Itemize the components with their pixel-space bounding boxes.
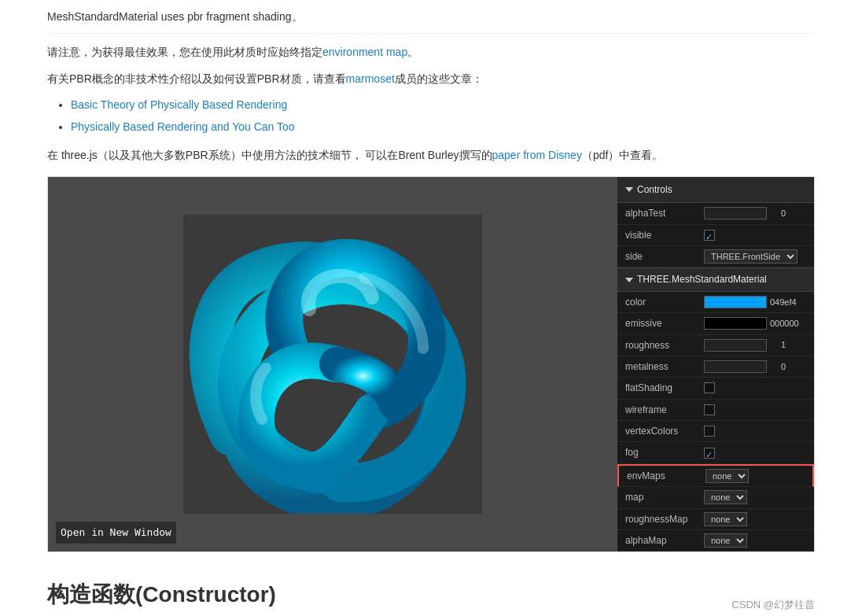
- roughness-row: roughness 1: [617, 335, 814, 356]
- alphatest-input[interactable]: [704, 207, 767, 219]
- intro-para-2: 有关PBR概念的非技术性介绍以及如何设置PBR材质，请查看marmoset成员的…: [47, 70, 815, 89]
- demo-container: Open in New Window Controls alphaTest 0 …: [47, 176, 815, 553]
- alphatest-value: 0: [704, 206, 806, 221]
- mesh-standard-header: THREE.MeshStandardMaterial: [617, 267, 814, 291]
- vertexcolors-value: [704, 426, 806, 437]
- flatshading-checkbox[interactable]: [704, 382, 715, 393]
- emissive-swatch[interactable]: [704, 317, 767, 330]
- side-row: side THREE.FrontSide: [617, 246, 814, 267]
- torus-svg: [183, 215, 482, 514]
- fog-value: [704, 448, 806, 459]
- list-item-1: Basic Theory of Physically Based Renderi…: [71, 96, 815, 115]
- alphatest-label: alphaTest: [625, 205, 704, 221]
- alphamap-label: alphaMap: [625, 533, 704, 548]
- alphamap-select[interactable]: none: [704, 533, 747, 548]
- emissive-value: 000000: [704, 316, 806, 331]
- color-label: color: [625, 294, 704, 310]
- side-value: THREE.FrontSide: [704, 249, 806, 264]
- map-label: map: [625, 489, 704, 505]
- csdn-watermark: CSDN @幻梦往昔: [731, 596, 815, 614]
- map-select[interactable]: none: [704, 490, 747, 504]
- envmaps-select[interactable]: none: [705, 469, 749, 483]
- flatshading-row: flatShading: [617, 378, 814, 399]
- alphamap-value: none: [704, 533, 806, 548]
- flatshading-label: flatShading: [625, 380, 704, 396]
- top-line: MeshStandardMaterial uses pbr fragment s…: [47, 8, 815, 34]
- wireframe-value: [704, 404, 806, 415]
- envmaps-value: none: [705, 469, 805, 483]
- fog-checkbox[interactable]: [704, 448, 715, 459]
- alphatest-number: 0: [770, 206, 786, 221]
- constructor-section: 构造函数(Constructor) CSDN @幻梦往昔: [47, 568, 815, 614]
- controls-title: Controls: [637, 182, 672, 197]
- top-line-text: MeshStandardMaterial uses pbr fragment s…: [47, 10, 303, 23]
- map-row: map none: [617, 487, 814, 508]
- envmaps-row: envMaps none: [617, 464, 814, 487]
- vertexcolors-label: vertexColors: [625, 423, 704, 439]
- flatshading-value: [704, 382, 806, 393]
- roughness-value: 1: [704, 338, 806, 352]
- controls-panel: Controls alphaTest 0 visible side: [617, 177, 814, 552]
- metalness-input[interactable]: [704, 360, 767, 373]
- color-swatch[interactable]: [704, 296, 767, 308]
- metalness-value: 0: [704, 360, 806, 374]
- roughnessmap-select[interactable]: none: [704, 512, 747, 526]
- canvas-area: Open in New Window: [48, 177, 617, 552]
- marmoset-link[interactable]: marmoset: [346, 72, 395, 85]
- roughnessmap-row: roughnessMap none: [617, 509, 814, 530]
- fog-row: fog: [617, 442, 814, 463]
- roughness-label: roughness: [625, 338, 704, 353]
- article-list: Basic Theory of Physically Based Renderi…: [71, 96, 815, 137]
- color-row: color 049ef4: [617, 292, 814, 313]
- metalness-number: 0: [770, 360, 786, 374]
- roughness-number: 1: [770, 338, 786, 352]
- roughness-input[interactable]: [704, 339, 767, 352]
- color-hex: 049ef4: [770, 295, 797, 310]
- map-value: none: [704, 490, 806, 504]
- wireframe-checkbox[interactable]: [704, 404, 715, 415]
- disney-paper-link[interactable]: paper from Disney: [492, 149, 582, 161]
- controls-triangle-icon: [625, 187, 633, 192]
- envmaps-label: envMaps: [627, 468, 705, 484]
- emissive-row: emissive 000000: [617, 313, 814, 334]
- constructor-title: 构造函数(Constructor): [47, 576, 276, 614]
- emissive-hex: 000000: [770, 316, 799, 331]
- open-new-window-label[interactable]: Open in New Window: [56, 522, 176, 544]
- emissive-label: emissive: [625, 315, 704, 331]
- mesh-standard-triangle-icon: [625, 278, 633, 282]
- pbr-and-you-link[interactable]: Physically Based Rendering and You Can T…: [71, 120, 295, 133]
- mesh-standard-title: THREE.MeshStandardMaterial: [637, 271, 767, 287]
- fog-label: fog: [625, 444, 704, 460]
- side-select[interactable]: THREE.FrontSide: [704, 249, 798, 264]
- visible-checkbox[interactable]: [704, 230, 715, 241]
- roughnessmap-label: roughnessMap: [625, 511, 704, 527]
- vertexcolors-row: vertexColors: [617, 421, 814, 442]
- tech-para: 在 three.js（以及其他大多数PBR系统）中使用方法的技术细节， 可以在B…: [47, 146, 815, 165]
- color-value: 049ef4: [704, 295, 806, 310]
- roughnessmap-value: none: [704, 512, 806, 526]
- visible-row: visible: [617, 225, 814, 246]
- side-label: side: [625, 249, 704, 264]
- list-item-2: Physically Based Rendering and You Can T…: [71, 118, 815, 137]
- environment-map-link[interactable]: environment map: [322, 46, 407, 58]
- metalness-row: metalness 0: [617, 356, 814, 378]
- metalness-label: metalness: [625, 359, 704, 374]
- intro-para-1: 请注意，为获得最佳效果，您在使用此材质时应始终指定environment map…: [47, 43, 815, 62]
- alphatest-row: alphaTest 0: [617, 203, 814, 224]
- wireframe-label: wireframe: [625, 402, 704, 418]
- basic-theory-link[interactable]: Basic Theory of Physically Based Renderi…: [71, 98, 287, 111]
- controls-header: Controls: [617, 177, 814, 203]
- visible-value: [704, 230, 806, 241]
- alphamap-row: alphaMap none: [617, 530, 814, 551]
- vertexcolors-checkbox[interactable]: [704, 426, 715, 437]
- wireframe-row: wireframe: [617, 400, 814, 421]
- visible-label: visible: [625, 227, 704, 243]
